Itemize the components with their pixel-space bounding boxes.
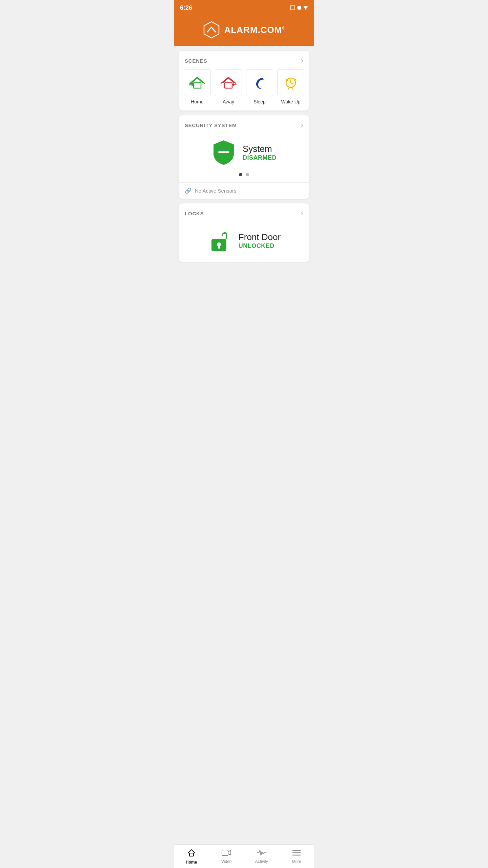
svg-rect-1 [194, 83, 201, 88]
security-title: SECURITY SYSTEM [185, 122, 237, 128]
scenes-chevron-icon[interactable]: › [301, 57, 303, 64]
locks-card-header[interactable]: LOCKS › [179, 203, 309, 222]
scene-wakeup-icon-box [277, 69, 304, 96]
scene-sleep-label: Sleep [253, 99, 266, 104]
lock-status: UNLOCKED [239, 242, 281, 250]
scene-sleep[interactable]: Sleep [246, 69, 273, 104]
scenes-title: SCENES [185, 58, 207, 64]
scene-away-label: Away [223, 99, 234, 104]
scene-wakeup[interactable]: Wake Up [277, 69, 305, 104]
scene-home-label: Home [191, 99, 203, 104]
scene-away-icon [220, 75, 237, 91]
sensor-icon: 🔗 [185, 188, 191, 194]
scene-home-icon [189, 75, 205, 91]
status-bar: 6:26 [174, 0, 314, 15]
lock-icon-container [207, 227, 232, 254]
svg-line-13 [292, 88, 293, 89]
locks-chevron-icon[interactable]: › [301, 210, 303, 217]
nav-more[interactable]: More [279, 845, 314, 868]
scenes-card-header[interactable]: SCENES › [179, 51, 309, 69]
nav-more-icon [292, 849, 301, 858]
wifi-icon [303, 6, 308, 10]
svg-rect-18 [189, 853, 194, 856]
security-system-card: SECURITY SYSTEM › System DISARMED 🔗 N [179, 115, 309, 199]
nav-activity[interactable]: Activity [244, 845, 279, 868]
svg-rect-4 [225, 83, 232, 88]
signal-icon [290, 5, 295, 10]
logo-text: ALARM.COM® [224, 25, 286, 35]
nav-video-icon [222, 849, 231, 858]
main-content: SCENES › Home [174, 46, 314, 289]
security-content: System DISARMED [179, 134, 309, 182]
nav-home-icon [187, 848, 196, 859]
battery-icon [297, 6, 301, 10]
locks-content: Front Door UNLOCKED [179, 222, 309, 262]
nav-activity-icon [257, 849, 266, 858]
lock-status-row: Front Door UNLOCKED [207, 227, 281, 254]
scene-sleep-icon [251, 75, 268, 91]
logo-icon [203, 21, 220, 39]
shield-disarmed-icon [211, 139, 236, 166]
svg-rect-19 [222, 850, 228, 855]
dot-2 [246, 173, 249, 176]
svg-line-12 [288, 88, 289, 89]
svg-marker-0 [204, 22, 219, 38]
status-time: 6:26 [180, 4, 192, 12]
nav-more-label: More [292, 859, 301, 864]
nav-activity-label: Activity [255, 859, 268, 864]
pagination-dots [239, 173, 249, 176]
scenes-card: SCENES › Home [179, 51, 309, 111]
security-status-row: System DISARMED [211, 139, 277, 166]
scenes-grid: Home Away [179, 69, 309, 111]
security-system-status: DISARMED [243, 154, 277, 161]
scene-home[interactable]: Home [183, 69, 211, 104]
locks-card: LOCKS › Front Door [179, 203, 309, 262]
logo-container: ALARM.COM® [203, 21, 286, 39]
scene-wakeup-label: Wake Up [281, 99, 300, 104]
nav-home-label: Home [186, 860, 197, 865]
scene-away[interactable]: Away [215, 69, 242, 104]
sensor-text: No Active Sensors [195, 188, 237, 194]
scene-wakeup-icon [283, 75, 299, 91]
dot-1 [239, 173, 242, 176]
nav-video[interactable]: Video [209, 845, 244, 868]
security-card-footer: 🔗 No Active Sensors [179, 182, 309, 199]
status-icons [290, 5, 308, 10]
scene-sleep-icon-box [246, 69, 273, 96]
lock-info: Front Door UNLOCKED [239, 232, 281, 250]
locks-title: LOCKS [185, 211, 204, 216]
nav-home[interactable]: Home [174, 845, 209, 868]
lock-unlocked-icon [209, 228, 230, 253]
security-info: System DISARMED [243, 144, 277, 161]
svg-rect-14 [218, 151, 229, 153]
svg-rect-17 [218, 246, 220, 249]
scene-home-icon-box [184, 69, 211, 96]
app-header: ALARM.COM® [174, 15, 314, 46]
security-card-header[interactable]: SECURITY SYSTEM › [179, 115, 309, 134]
security-chevron-icon[interactable]: › [301, 121, 303, 129]
lock-name: Front Door [239, 232, 281, 242]
nav-video-label: Video [221, 859, 231, 864]
scene-away-icon-box [215, 69, 242, 96]
security-system-name: System [243, 144, 277, 154]
bottom-nav: Home Video Activity More [174, 844, 314, 868]
